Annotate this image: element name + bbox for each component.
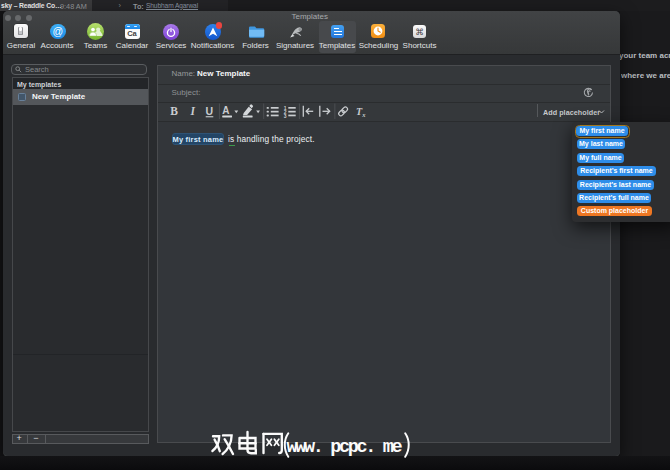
svg-text:I: I	[190, 105, 196, 117]
svg-text:x: x	[361, 111, 366, 118]
svg-text:www. pcpc. me: www. pcpc. me	[287, 437, 403, 458]
svg-text:3: 3	[284, 113, 287, 119]
svg-text:A: A	[222, 105, 229, 116]
svg-text:U: U	[206, 105, 214, 117]
svg-text:B: B	[170, 105, 178, 117]
